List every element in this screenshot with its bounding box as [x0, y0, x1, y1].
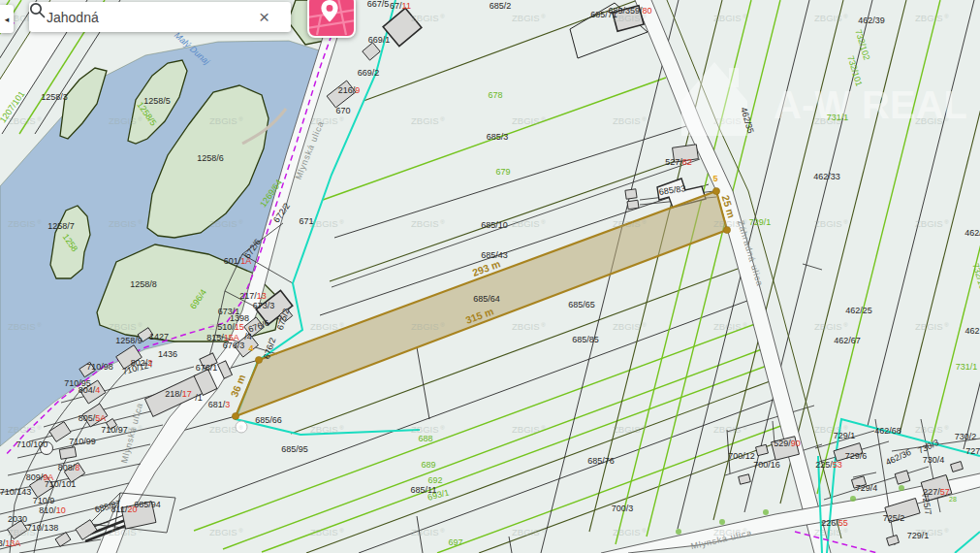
parcel-number-label: 1436: [158, 349, 177, 359]
parcel-number-label: 1258/7: [47, 221, 75, 231]
parcel-number-label: 667/5: [367, 0, 390, 9]
clear-search-button[interactable]: ×: [257, 8, 271, 26]
parcel-number-label: /1: [195, 393, 203, 403]
parcel-number-label: 685/64: [473, 294, 500, 304]
parcel-number-label: 462/39: [858, 16, 885, 25]
basemap-toggle-button[interactable]: [307, 0, 356, 38]
parcel-number-label: 685/95: [281, 444, 308, 454]
parcel-number-label: 669/2: [358, 68, 380, 78]
parcel-number-label: 685/85: [572, 335, 599, 344]
map-pin-icon: [309, 0, 354, 36]
parcel-number-label: 804/4: [79, 385, 101, 395]
parcel-number-label: 685/76: [587, 456, 615, 466]
parcel-number-label: 700/3: [612, 504, 634, 513]
vertex-number-label: 5: [712, 174, 717, 183]
parcel-number-label: 218/17: [165, 389, 192, 399]
parcel-number-label: 685/94: [134, 500, 161, 509]
parcel-number-label: 685/10: [481, 220, 508, 230]
parcel-number-label: 710/143: [0, 487, 31, 497]
parcel-number-label: 1258/8: [130, 279, 157, 289]
parcel-number-label: 700/12: [728, 451, 755, 461]
parcel-number-label: 730/2: [955, 432, 977, 441]
parcel-number-label: 805/5A: [79, 413, 107, 423]
parcel-number-label: 679: [495, 167, 510, 177]
parcel-number-label: 731/1: [827, 113, 849, 122]
search-input[interactable]: Jahodná: [47, 10, 247, 25]
parcel-number-label: 710/99: [69, 437, 96, 446]
parcel-number-label: 673/3: [253, 301, 275, 310]
parcel-number-label: 217/13: [239, 291, 267, 301]
parcel-number-label: 1427: [149, 332, 169, 342]
parcel-number-label: 810/10: [39, 505, 66, 515]
parcel-number-label: 710/101: [45, 479, 77, 489]
parcel-number-label: 685/65: [568, 300, 595, 309]
search-icon: [29, 2, 46, 18]
parcel-number-label: 510/15: [217, 322, 244, 332]
parcel-number-label: 676/3: [223, 341, 245, 350]
chevron-left-icon: ◂: [5, 15, 10, 24]
parcel-number-label: 729/4: [856, 483, 878, 493]
parcel-number-label: 808/8: [58, 463, 80, 472]
map-canvas[interactable]: ZBGIS ®ZBGIS ®ZBGIS ®ZBGIS ®ZBGIS ®ZBGIS…: [0, 0, 980, 553]
brand-watermark-text: A-W REAL: [774, 83, 967, 126]
parcel-number-label: 729/6: [845, 451, 868, 461]
parcel-number-label: 697: [448, 537, 462, 547]
parcel-number-label: 13/13A: [0, 538, 20, 548]
parcel-number-label: 681/3: [208, 400, 231, 409]
sidebar-collapse-tab[interactable]: ◂: [0, 5, 14, 33]
parcel-number-label: 678: [488, 90, 502, 100]
parcel-number-label: 462/68: [874, 426, 901, 436]
parcel-number-label: 676/1: [196, 363, 218, 373]
parcel-number-label: 67/11: [390, 1, 411, 11]
parcel-number-label: 527/82: [665, 157, 692, 167]
parcel-number-label: 729/1: [907, 531, 930, 540]
parcel-number-label: 802/2: [131, 358, 153, 368]
parcel-number-label: 28: [949, 496, 957, 503]
parcel-number-label: 1258/9: [115, 336, 142, 345]
vertex-number-label: 4: [248, 343, 253, 353]
parcel-number-label: 710/100: [16, 439, 48, 449]
parcel-number-label: 462/33: [813, 172, 840, 181]
parcel-number-label: 462/25: [845, 306, 872, 315]
parcel-number-label: 727/: [965, 446, 980, 456]
parcel-number-label: 1258/5: [143, 96, 171, 106]
parcel-number-label: 225/53: [815, 460, 842, 470]
parcel-number-label: 529/90: [774, 439, 801, 448]
parcel-number-label: 710/138: [27, 523, 59, 533]
parcel-number-label: 226/55: [821, 518, 848, 528]
parcel-number-label: 685/2: [490, 1, 512, 11]
parcel-number-label: 216/9: [338, 85, 361, 95]
parcel-number-label: 689: [421, 460, 435, 470]
parcel-number-label: 729/1: [834, 431, 856, 440]
parcel-number-label: 730/4: [923, 455, 945, 465]
parcel-number-label: 2030: [8, 514, 27, 524]
parcel-number-label: 700/16: [753, 460, 780, 470]
parcel-number-label: 685/359/80: [608, 6, 651, 16]
parcel-number-label: 1258/3: [41, 92, 68, 102]
parcel-number-label: 710/9: [33, 496, 55, 505]
parcel-number-label: 685/66: [255, 415, 282, 425]
parcel-number-label: 685/3: [487, 132, 509, 142]
search-bar: Jahodná ×: [29, 2, 291, 32]
parcel-number-label: 669/1: [368, 35, 391, 45]
parcel-number-label: 725/2: [883, 513, 905, 523]
parcel-number-label: 1258/6: [197, 153, 224, 163]
map-app: ZBGIS ®ZBGIS ®ZBGIS ®ZBGIS ®ZBGIS ®ZBGIS…: [0, 0, 980, 553]
parcel-number-label: 671: [299, 216, 313, 226]
parcel-number-label: 710/97: [101, 425, 128, 435]
parcel-number-label: 462/67: [834, 336, 861, 345]
parcel-number-label: 462: [964, 326, 979, 336]
parcel-number-label: 710/98: [86, 362, 113, 372]
parcel-number-label: 692: [427, 475, 442, 485]
parcel-number-label: 731/1: [956, 362, 978, 372]
parcel-number-label: 670: [335, 106, 350, 115]
parcel-number-label: 729/1: [749, 217, 772, 227]
parcel-number-label: 688: [418, 434, 432, 443]
parcel-number-label: 462/: [964, 228, 980, 238]
